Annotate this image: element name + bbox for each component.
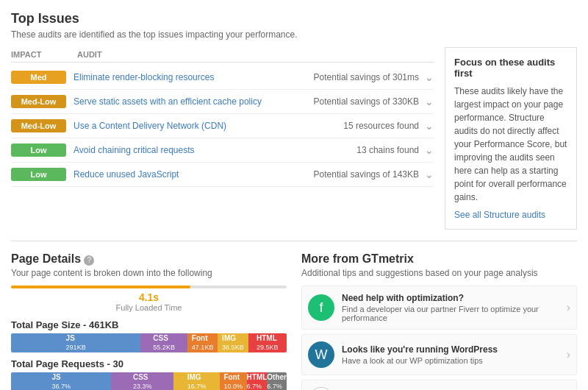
issue-link[interactable]: Reduce unused JavaScript <box>74 169 306 180</box>
loaded-bar-fill <box>11 286 190 288</box>
bar-seg-text: IMG36.5KB <box>222 334 244 352</box>
issue-badge: Med-Low <box>11 95 66 108</box>
page-size-label: Total Page Size - 461KB <box>11 319 287 330</box>
bar-seg-text: Font10.0% <box>223 373 243 390</box>
page-details-title: Page Details <box>11 252 81 266</box>
issue-row: Low Reduce unused JavaScript Potential s… <box>11 163 434 187</box>
bar-segment: HTML6.7% <box>247 372 268 390</box>
gtmetrix-item[interactable]: 3rd Third-party requests are affecting y… <box>301 380 577 390</box>
issue-savings: Potential savings of 330KB <box>314 96 419 107</box>
issue-badge: Low <box>11 143 66 157</box>
bar-segment: IMG36.5KB <box>218 333 248 352</box>
gtmetrix-item[interactable]: f Need help with optimization? Find a de… <box>301 286 577 330</box>
bar-segment: HTML29.5KB <box>248 333 287 352</box>
top-issues-section: Top Issues These audits are identified a… <box>11 11 577 230</box>
bar-seg-text: JS36.7% <box>51 373 71 390</box>
bar-segment: CSS55.2KB <box>140 333 187 352</box>
bar-seg-text: Font47.1KB <box>192 334 214 352</box>
bar-segment: Font47.1KB <box>187 333 218 352</box>
arrow-right-icon: › <box>567 301 570 314</box>
gtmetrix-item-desc: Have a look at our WP optimization tips <box>342 356 562 365</box>
chevron-down-icon[interactable]: ⌄ <box>425 71 434 83</box>
issue-link[interactable]: Serve static assets with an efficient ca… <box>74 96 306 107</box>
issue-badge: Low <box>11 168 66 181</box>
page-requests-label: Total Page Requests - 30 <box>11 358 287 369</box>
bar-seg-text: JS291KB <box>66 334 86 352</box>
arrow-right-icon: › <box>567 348 570 361</box>
issues-rows: Med Eliminate render-blocking resources … <box>11 65 434 187</box>
help-icon[interactable]: ? <box>84 255 94 266</box>
issue-savings: Potential savings of 143KB <box>314 169 419 180</box>
bar-seg-text: IMG16.7% <box>187 373 207 390</box>
col-audit-header: AUDIT <box>77 50 434 59</box>
chevron-down-icon[interactable]: ⌄ <box>425 144 434 156</box>
issue-row: Med-Low Serve static assets with an effi… <box>11 90 434 114</box>
bar-segment: JS36.7% <box>11 372 111 390</box>
more-gtmetrix-subtitle: Additional tips and suggestions based on… <box>301 268 577 278</box>
issue-savings: 15 resources found <box>343 121 419 131</box>
issue-link[interactable]: Eliminate render-blocking resources <box>74 72 306 82</box>
bottom-wrapper: Page Details ? Your page content is brok… <box>11 252 577 390</box>
bar-segment: Other6.7% <box>267 372 287 390</box>
bar-segment: CSS23.3% <box>111 372 173 390</box>
bar-seg-text: CSS23.3% <box>133 373 152 390</box>
issue-row: Med-Low Use a Content Delivery Network (… <box>11 114 434 138</box>
requests-bar: JS36.7%CSS23.3%IMG16.7%Font10.0%HTML6.7%… <box>11 372 287 390</box>
loaded-bar-bg <box>11 286 287 288</box>
issue-link[interactable]: Avoid chaining critical requests <box>74 145 349 155</box>
more-gtmetrix-title: More from GTmetrix <box>301 252 577 266</box>
bar-seg-text: HTML6.7% <box>247 373 268 390</box>
page-details-section: Page Details ? Your page content is brok… <box>11 252 287 390</box>
bar-seg-text: HTML29.5KB <box>257 334 279 352</box>
gtmetrix-item-text: Need help with optimization? Find a deve… <box>342 293 562 322</box>
table-header: IMPACT AUDIT <box>11 47 434 63</box>
gtmetrix-item-icon: 3rd <box>308 387 334 390</box>
section-divider <box>11 241 577 241</box>
col-impact-header: IMPACT <box>11 50 77 59</box>
more-gtmetrix-section: More from GTmetrix Additional tips and s… <box>301 252 577 390</box>
bar-segment: IMG16.7% <box>173 372 220 390</box>
issue-savings: 13 chains found <box>356 145 419 155</box>
issue-badge: Med-Low <box>11 119 66 132</box>
bar-segment: JS291KB <box>11 333 140 352</box>
gtmetrix-item[interactable]: W Looks like you're running WordPress Ha… <box>301 334 577 375</box>
bar-seg-text: Other6.7% <box>267 373 287 390</box>
focus-box-link[interactable]: See all Structure audits <box>454 210 545 220</box>
loaded-sublabel: Fully Loaded Time <box>11 303 287 312</box>
issue-badge: Med <box>11 71 66 84</box>
loaded-bar-wrap <box>11 286 287 288</box>
issues-table: IMPACT AUDIT Med Eliminate render-blocki… <box>11 47 434 230</box>
chevron-down-icon[interactable]: ⌄ <box>425 120 434 132</box>
issue-row: Low Avoid chaining critical requests 13 … <box>11 138 434 163</box>
gtmetrix-item-text: Looks like you're running WordPress Have… <box>342 344 562 365</box>
issue-savings: Potential savings of 301ms <box>314 72 419 82</box>
gtmetrix-item-title: Looks like you're running WordPress <box>342 344 562 355</box>
gtmetrix-item-icon: W <box>308 341 334 368</box>
gtmetrix-item-title: Need help with optimization? <box>342 293 562 303</box>
size-bar: JS291KBCSS55.2KBFont47.1KBIMG36.5KBHTML2… <box>11 333 287 352</box>
bar-seg-text: CSS55.2KB <box>153 334 175 352</box>
chevron-down-icon[interactable]: ⌄ <box>425 169 434 180</box>
focus-box-title: Focus on these audits first <box>454 57 567 79</box>
top-issues-title: Top Issues <box>11 11 577 26</box>
focus-box-body: These audits likely have the largest imp… <box>454 85 567 204</box>
issue-row: Med Eliminate render-blocking resources … <box>11 65 434 90</box>
page-details-subtitle: Your page content is broken down into th… <box>11 268 287 278</box>
top-issues-subtitle: These audits are identified as the top i… <box>11 29 577 40</box>
main-container: Top Issues These audits are identified a… <box>0 0 588 390</box>
bar-segment: Font10.0% <box>220 372 247 390</box>
gtmetrix-item-desc: Find a developer via our partner Fiverr … <box>342 305 562 322</box>
focus-box: Focus on these audits first These audits… <box>445 47 577 230</box>
chevron-down-icon[interactable]: ⌄ <box>425 96 434 107</box>
loaded-time: 4.1s <box>11 291 287 303</box>
gtmetrix-item-icon: f <box>308 294 334 321</box>
issue-link[interactable]: Use a Content Delivery Network (CDN) <box>74 121 336 131</box>
issues-wrapper: IMPACT AUDIT Med Eliminate render-blocki… <box>11 47 577 230</box>
gtmetrix-items: f Need help with optimization? Find a de… <box>301 286 577 390</box>
